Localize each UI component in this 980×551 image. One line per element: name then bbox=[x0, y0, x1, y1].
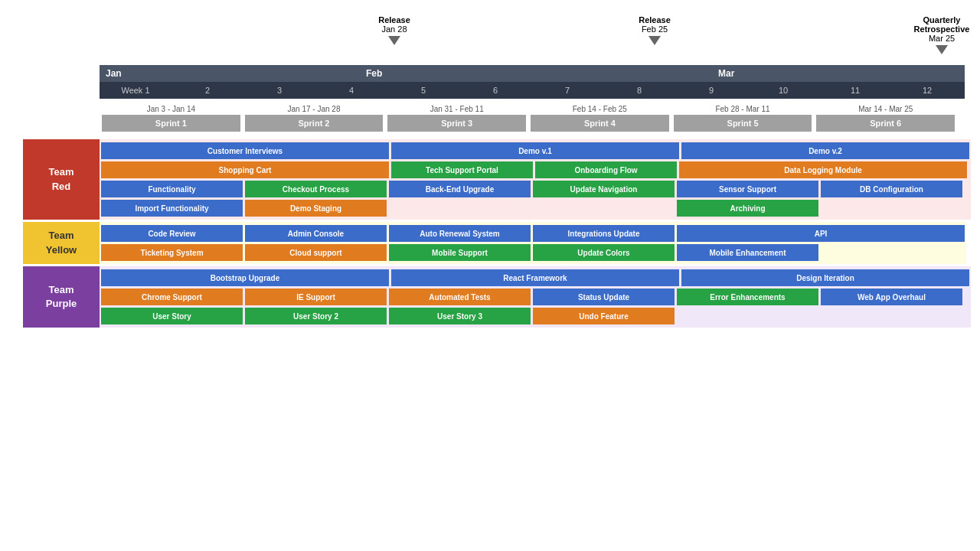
sprint-5-bar: Sprint 5 bbox=[674, 115, 812, 132]
team-yellow-content: Code Review Admin Console Auto Renewal S… bbox=[100, 222, 966, 264]
team-red-row: TeamRed Customer Interviews Demo v.1 Dem… bbox=[23, 139, 957, 220]
team-red-row4: Import Functionality Demo Staging Archiv… bbox=[101, 200, 969, 217]
milestone-release-feb-label: Release bbox=[632, 15, 678, 24]
milestone-release-jan-date: Jan 28 bbox=[371, 24, 417, 34]
week-3: 3 bbox=[243, 86, 315, 95]
sprint-4-bar: Sprint 4 bbox=[531, 115, 669, 132]
bootstrap-upgrade-bar: Bootstrap Upgrade bbox=[101, 269, 389, 286]
sensor-support-bar: Sensor Support bbox=[677, 181, 818, 197]
milestone-quarterly: QuarterlyRetrospective Mar 25 bbox=[907, 15, 976, 54]
empty-r4c4 bbox=[533, 200, 675, 217]
empty-p3c5 bbox=[677, 308, 818, 324]
team-purple-row1: Bootstrap Upgrade React Framework Design… bbox=[101, 269, 969, 286]
empty-r4c6 bbox=[821, 200, 962, 217]
team-red-row1: Customer Interviews Demo v.1 Demo v.2 bbox=[101, 142, 969, 159]
months-bar: Jan Feb Mar bbox=[100, 65, 965, 82]
react-framework-bar: React Framework bbox=[391, 269, 679, 286]
functionality-bar: Functionality bbox=[101, 181, 243, 197]
week-12: 12 bbox=[891, 86, 963, 95]
team-yellow-row: TeamYellow Code Review Admin Console Aut… bbox=[23, 222, 957, 264]
checkout-process-bar: Checkout Process bbox=[245, 181, 387, 197]
cloud-support-bar: Cloud support bbox=[245, 244, 387, 261]
sprint-1-block: Jan 3 - Jan 14 Sprint 1 bbox=[100, 105, 243, 132]
week-4: 4 bbox=[315, 86, 387, 95]
archiving-bar: Archiving bbox=[677, 200, 818, 217]
chrome-support-bar: Chrome Support bbox=[101, 289, 243, 305]
sprint-2-block: Jan 17 - Jan 28 Sprint 2 bbox=[243, 105, 386, 132]
ie-support-bar: IE Support bbox=[245, 289, 387, 305]
sprint-4-block: Feb 14 - Feb 25 Sprint 4 bbox=[528, 105, 671, 132]
team-yellow-label: TeamYellow bbox=[23, 222, 100, 264]
team-purple-row: TeamPurple Bootstrap Upgrade React Frame… bbox=[23, 266, 957, 328]
sprint-2-bar: Sprint 2 bbox=[245, 115, 384, 132]
sprint-6-dates: Mar 14 - Mar 25 bbox=[814, 105, 957, 113]
main-container: Release Jan 28 Release Feb 25 QuarterlyR… bbox=[0, 0, 980, 345]
sprint-1-dates: Jan 3 - Jan 14 bbox=[100, 105, 243, 113]
sprint-6-bar: Sprint 6 bbox=[816, 115, 955, 132]
integrations-update-bar: Integrations Update bbox=[533, 225, 675, 242]
backend-upgrade-bar: Back-End Upgrade bbox=[389, 181, 531, 197]
week-2: 2 bbox=[172, 86, 243, 95]
sprint-2-dates: Jan 17 - Jan 28 bbox=[243, 105, 386, 113]
sprint-1-bar: Sprint 1 bbox=[102, 115, 240, 132]
milestone-release-jan: Release Jan 28 bbox=[371, 15, 417, 45]
team-red-row2: Shopping Cart Tech Support Portal Onboar… bbox=[101, 161, 969, 178]
db-configuration-bar: DB Configuration bbox=[821, 181, 962, 197]
automated-tests-bar: Automated Tests bbox=[389, 289, 531, 305]
team-purple-label: TeamPurple bbox=[23, 266, 100, 328]
ticketing-system-bar: Ticketing System bbox=[101, 244, 243, 261]
customer-interviews-bar: Customer Interviews bbox=[101, 142, 389, 159]
team-red-row3: Functionality Checkout Process Back-End … bbox=[101, 181, 969, 197]
week-11: 11 bbox=[819, 86, 891, 95]
empty-y2c6 bbox=[821, 244, 962, 261]
sprint-3-bar: Sprint 3 bbox=[387, 115, 526, 132]
sprint-3-block: Jan 31 - Feb 11 Sprint 3 bbox=[385, 105, 528, 132]
empty-r4c3 bbox=[389, 200, 531, 217]
demo-v1-bar: Demo v.1 bbox=[391, 142, 679, 159]
code-review-bar: Code Review bbox=[101, 225, 243, 242]
team-red-content: Customer Interviews Demo v.1 Demo v.2 Sh… bbox=[100, 139, 971, 220]
user-story-2-bar: User Story 2 bbox=[245, 308, 387, 324]
team-purple-content: Bootstrap Upgrade React Framework Design… bbox=[100, 266, 971, 328]
mobile-enhancement-bar: Mobile Enhancement bbox=[677, 244, 818, 261]
month-feb: Feb bbox=[360, 68, 712, 79]
status-update-bar: Status Update bbox=[533, 289, 675, 305]
milestone-release-jan-label: Release bbox=[371, 15, 417, 24]
onboarding-flow-bar: Onboarding Flow bbox=[535, 161, 677, 178]
user-story-bar: User Story bbox=[101, 308, 243, 324]
milestone-release-feb-date: Feb 25 bbox=[632, 24, 678, 34]
sprint-6-block: Mar 14 - Mar 25 Sprint 6 bbox=[814, 105, 957, 132]
error-enhancements-bar: Error Enhancements bbox=[677, 289, 818, 305]
auto-renewal-bar: Auto Renewal System bbox=[389, 225, 531, 242]
week-8: 8 bbox=[603, 86, 675, 95]
user-story-3-bar: User Story 3 bbox=[389, 308, 531, 324]
demo-v2-bar: Demo v.2 bbox=[681, 142, 969, 159]
team-purple-row3: User Story User Story 2 User Story 3 Und… bbox=[101, 308, 969, 324]
update-colors-bar: Update Colors bbox=[533, 244, 675, 261]
week-9: 9 bbox=[675, 86, 747, 95]
import-functionality-bar: Import Functionality bbox=[101, 200, 243, 217]
mobile-support-bar: Mobile Support bbox=[389, 244, 531, 261]
web-app-overhaul-bar: Web App Overhaul bbox=[821, 289, 962, 305]
week-10: 10 bbox=[747, 86, 819, 95]
team-yellow-row1: Code Review Admin Console Auto Renewal S… bbox=[101, 225, 965, 242]
update-navigation-bar: Update Navigation bbox=[533, 181, 675, 197]
sprint-5-dates: Feb 28 - Mar 11 bbox=[671, 105, 815, 113]
tech-support-portal-bar: Tech Support Portal bbox=[391, 161, 533, 178]
milestones-row: Release Jan 28 Release Feb 25 QuarterlyR… bbox=[100, 15, 957, 65]
milestone-release-jan-arrow bbox=[388, 36, 400, 45]
empty-p3c6 bbox=[821, 308, 962, 324]
month-jan: Jan bbox=[100, 68, 360, 79]
team-purple-row2: Chrome Support IE Support Automated Test… bbox=[101, 289, 969, 305]
undo-feature-bar: Undo Feature bbox=[533, 308, 675, 324]
admin-console-bar: Admin Console bbox=[245, 225, 387, 242]
team-yellow-row2: Ticketing System Cloud support Mobile Su… bbox=[101, 244, 965, 261]
data-logging-module-bar: Data Logging Module bbox=[679, 161, 967, 178]
design-iteration-bar: Design Iteration bbox=[681, 269, 969, 286]
week-5: 5 bbox=[387, 86, 459, 95]
api-bar: API bbox=[677, 225, 965, 242]
week-6: 6 bbox=[459, 86, 531, 95]
week-7: 7 bbox=[531, 86, 603, 95]
sprint-4-dates: Feb 14 - Feb 25 bbox=[528, 105, 671, 113]
sprint-3-dates: Jan 31 - Feb 11 bbox=[385, 105, 528, 113]
